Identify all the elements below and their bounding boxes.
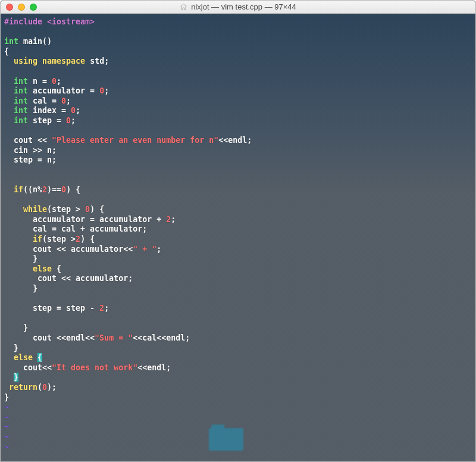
code-token: int <box>14 116 28 125</box>
code-token: { <box>52 264 61 273</box>
close-icon[interactable] <box>6 4 13 11</box>
code-token: cal = cal + accumulator; <box>4 224 147 233</box>
code-token: cal = <box>28 96 61 105</box>
code-token: main() <box>18 37 52 46</box>
code-token: #include <iostream> <box>4 17 95 26</box>
code-token: ; <box>76 106 80 115</box>
code-token: ; <box>171 215 176 224</box>
code-token: "Please enter an even number for n" <box>52 136 218 145</box>
code-token: 0 <box>66 116 71 125</box>
code-token: "It does not work" <box>52 363 137 372</box>
terminal-window: nixjot — vim test.cpp — 97×44 #include <… <box>0 0 476 462</box>
code-token <box>4 116 14 125</box>
code-token: cin >> n; <box>4 146 57 155</box>
code-token: int <box>14 77 28 86</box>
code-token: namespace <box>42 57 85 65</box>
code-token: (step > <box>42 235 76 244</box>
code-token: 0 <box>99 86 104 95</box>
code-token <box>4 353 14 362</box>
code-token: while <box>23 205 47 214</box>
code-token: if <box>14 185 23 194</box>
code-token: 2 <box>166 215 171 224</box>
desktop-folder-icon <box>209 428 243 451</box>
code-token: else <box>14 353 33 362</box>
code-token: } <box>14 373 18 382</box>
code-token: ~ <box>4 432 9 441</box>
code-token: step = step - <box>4 304 99 313</box>
code-token: ; <box>104 304 109 313</box>
code-token: 0 <box>61 96 66 105</box>
code-token: step = <box>28 116 66 125</box>
code-token: 2 <box>76 235 80 244</box>
code-token: return <box>9 383 37 392</box>
code-token: } <box>4 393 9 402</box>
code-token <box>4 106 14 115</box>
code-token: std; <box>85 57 109 65</box>
window-title-text: nixjot — vim test.cpp — 97×44 <box>191 2 296 11</box>
code-token: cout<< <box>4 363 52 372</box>
code-token: ) { <box>80 235 95 244</box>
terminal-viewport[interactable]: #include <iostream> int main() { using n… <box>1 14 475 461</box>
code-token: <<cal<<endl; <box>133 333 190 342</box>
code-token: 0 <box>42 383 47 392</box>
code-token: ; <box>156 245 161 254</box>
code-token: ; <box>66 96 71 105</box>
code-token: ; <box>57 77 61 86</box>
code-token: (step > <box>47 205 85 214</box>
code-token: if <box>33 235 42 244</box>
window-controls <box>1 4 37 11</box>
code-token: 2 <box>99 304 104 313</box>
code-token: index = <box>28 106 71 115</box>
code-token: accumulator = <box>28 86 99 95</box>
code-token: ((n% <box>23 185 42 194</box>
code-token: accumulator = accumulator + <box>4 215 166 224</box>
code-token: int <box>14 86 28 95</box>
code-token: ); <box>47 383 57 392</box>
window-title: nixjot — vim test.cpp — 97×44 <box>1 1 475 13</box>
code-token: n = <box>28 77 52 86</box>
code-token: <<endl; <box>218 136 252 145</box>
window-titlebar[interactable]: nixjot — vim test.cpp — 97×44 <box>1 1 475 14</box>
code-token: ~ <box>4 442 9 451</box>
home-icon <box>180 3 187 11</box>
code-token: ; <box>104 86 109 95</box>
code-token <box>4 373 14 382</box>
code-token: "Sum = " <box>95 333 133 342</box>
editor-buffer[interactable]: #include <iostream> int main() { using n… <box>4 17 472 452</box>
code-token: else <box>33 264 52 273</box>
code-token: ) { <box>66 185 80 194</box>
zoom-icon[interactable] <box>30 4 37 11</box>
code-token <box>4 185 14 194</box>
code-token: ~ <box>4 413 9 422</box>
code-token: cout << accumulator<< <box>4 245 133 254</box>
code-token: step = n; <box>4 155 57 164</box>
minimize-icon[interactable] <box>18 4 25 11</box>
code-token: cout <<endl<< <box>4 333 95 342</box>
code-token: { <box>37 353 42 362</box>
code-token <box>33 353 37 362</box>
code-token: 0 <box>71 106 76 115</box>
code-token: int <box>14 96 28 105</box>
code-token <box>4 96 14 105</box>
code-token <box>4 383 9 392</box>
code-token: ( <box>37 383 42 392</box>
code-token: 0 <box>85 205 90 214</box>
code-token <box>4 205 23 214</box>
code-token: int <box>14 106 28 115</box>
code-token: } <box>4 284 37 293</box>
code-token: int <box>4 37 18 46</box>
code-token <box>4 57 14 65</box>
code-token: cout << accumulator; <box>4 274 133 283</box>
code-token <box>37 57 42 65</box>
code-token: ~ <box>4 402 9 411</box>
code-token: { <box>4 47 9 56</box>
code-token: ~ <box>4 422 9 431</box>
code-token <box>4 264 33 273</box>
code-token: cout << <box>4 136 52 145</box>
code-token: } <box>4 344 18 352</box>
code-token: ; <box>71 116 76 125</box>
code-token: 0 <box>52 77 57 86</box>
code-token: } <box>4 323 28 332</box>
code-token: ) { <box>90 205 104 214</box>
code-token: )== <box>47 185 61 194</box>
